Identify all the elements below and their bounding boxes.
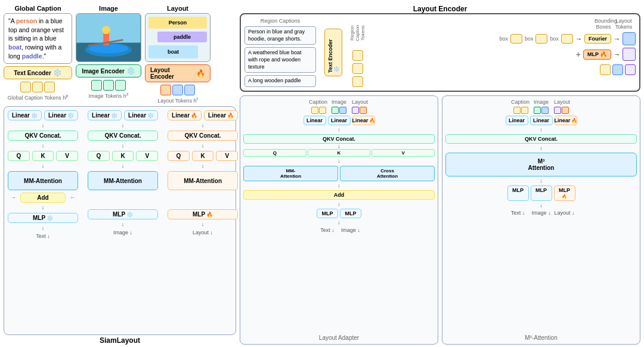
snowflake-small-2: ❄️ — [67, 113, 74, 119]
adapter-lin-label-2: Linear — [331, 117, 347, 123]
adapter-arr-5: ↓ — [243, 202, 435, 207]
layout-region-person: Person — [148, 17, 207, 29]
token-orange-1 — [160, 85, 171, 95]
token-yellow-3 — [44, 82, 55, 92]
snowflake-icon: ❄️ — [53, 69, 62, 77]
mm-attention-label-2: MM-Attention — [104, 178, 142, 184]
output-token-blue — [623, 32, 636, 45]
layout-mlp: MLP 🔥 — [168, 209, 238, 219]
m3-tok-grp-2 — [534, 107, 549, 114]
token-green-3 — [115, 80, 126, 91]
image-encoder-box: Image Encoder ❄️ — [76, 64, 141, 78]
output-tokens-row — [369, 64, 636, 75]
enc-right-labels: Bounding Boxes Layout Tokens — [369, 18, 636, 30]
layout-region-boat: boat — [148, 45, 198, 58]
adapter-caption-label: Caption — [309, 99, 328, 105]
processing-section: Linear ❄️ Linear ❄️ ↓ QKV Concat. ↓ Q K — [4, 106, 236, 335]
snowflake-small-1: ❄️ — [31, 113, 38, 119]
m3-layout-label: Layout — [553, 99, 572, 105]
a-tok-y1 — [311, 107, 318, 114]
bottom-right-section: Caption Image Layout — [240, 95, 640, 345]
region-caption-tokens-label: Region Caption Tokens — [349, 18, 366, 48]
m3-mlp-row: MLP MLP MLP 🔥 — [445, 185, 637, 201]
add-label: Add — [37, 194, 48, 201]
layout-q: Q — [168, 151, 190, 161]
m3-tok-grp-1 — [513, 107, 528, 114]
image-mlp: MLP ❄️ — [88, 209, 158, 219]
layout-linear-1: Linear 🔥 — [168, 110, 202, 120]
image-v: V — [136, 151, 158, 161]
adapter-cross-attention: CrossAttention — [340, 166, 435, 181]
m3-gap-1 — [530, 107, 532, 114]
mm-attention-label-3: MM-Attention — [184, 178, 222, 184]
layout-column: Layout Person paddle boat Layout Encoder… — [145, 5, 210, 104]
region-cap-3: A long wooden paddle — [244, 75, 316, 87]
text-v: V — [56, 151, 78, 161]
layout-tokens-label: Layout Tokens — [615, 18, 633, 30]
m3-output-labels: Text ↓ Image ↓ Layout ↓ — [445, 210, 637, 216]
a-tok-p1 — [352, 107, 359, 114]
rct-1 — [352, 50, 363, 61]
box-label-2: box — [525, 36, 534, 42]
mlp-label-1: MLP — [33, 215, 45, 221]
text-encoder-label: Text Encoder — [14, 70, 51, 76]
arrow-down-8: ↓ — [122, 163, 125, 169]
region-captions-col: Region Captions Person in blue and gray … — [244, 18, 316, 87]
m3-mlp-2: MLP — [531, 185, 552, 201]
mm-attention-label-1: MM-Attention — [24, 178, 62, 184]
svg-point-5 — [102, 26, 110, 34]
layout-visual: Person paddle boat — [145, 13, 210, 62]
image-mm-attention: MM-Attention — [88, 171, 158, 190]
m3-lin-label-2: Linear — [533, 117, 549, 123]
adapter-image-label: Image — [330, 99, 349, 105]
gap-1 — [328, 107, 330, 114]
rct-3 — [352, 76, 363, 87]
adapter-arr-4: ↓ — [243, 183, 435, 188]
adapter-add: Add — [243, 190, 435, 200]
text-mm-attention: MM-Attention — [8, 171, 78, 190]
layout-region-paddle: paddle — [157, 32, 207, 42]
a-tok-y2 — [319, 107, 326, 114]
layout-encoder-area: Layout Encoder Region Captions Person in… — [240, 5, 640, 92]
token-blue-2 — [184, 85, 195, 95]
adapter-mlp-2: MLP — [340, 209, 361, 218]
arrow-down-12: ↓ — [202, 163, 205, 169]
m3-out-layout: Layout ↓ — [554, 210, 575, 216]
m3-qkv-concat: QKV Concat. — [445, 134, 637, 144]
adapter-k: K — [308, 149, 371, 157]
text-k: K — [32, 151, 54, 161]
siamlayout-title: SiamLayout — [4, 335, 236, 345]
m3-tok-grp-3 — [554, 107, 569, 114]
token-section-img: Image Tokens hz — [88, 80, 128, 99]
linear-label-2: Linear — [48, 112, 66, 119]
arrow-down-3: ↓ — [42, 163, 45, 169]
m3-caption-label: Caption — [511, 99, 530, 105]
arrow-down-6: ↓ — [122, 123, 125, 128]
layout-encoder-header: Layout Encoder — [240, 5, 640, 13]
add-box: Add — [20, 193, 66, 203]
plus-icon: + — [576, 49, 581, 59]
arrow-down-4: ↓ — [42, 205, 45, 210]
text-output-label: Text ↓ — [36, 233, 50, 239]
layout-token-label: Layout Tokens ht — [157, 96, 197, 104]
adapter-tok-grp-2 — [332, 107, 346, 114]
adapter-attention-row: MM-Attention CrossAttention — [243, 166, 435, 181]
adapter-qkv-concat: QKV Concat. — [243, 134, 435, 144]
m3-linear-3: Linear 🔥 — [555, 116, 577, 125]
rct-2 — [352, 63, 363, 74]
m3-attention-box: Caption Image Layout — [442, 95, 640, 345]
text-enc-col: Text Encoder ❄️ — [320, 18, 346, 87]
image-qkv-row: Q K V — [88, 151, 158, 161]
adapter-arr-6: ↓ — [243, 220, 435, 225]
plus-connector: + — [576, 49, 581, 59]
m3-linear-1: Linear — [506, 116, 528, 125]
layout-enc-right: Bounding Boxes Layout Tokens box box box… — [369, 18, 636, 87]
linear-label-1: Linear — [12, 112, 30, 119]
adapter-qkv-row: Q K V — [243, 149, 435, 157]
text-encoder-vertical: Text Encoder ❄️ — [324, 29, 342, 76]
bounding-boxes-label: Bounding Boxes — [595, 18, 612, 30]
region-caption-tokens-col: Region Caption Tokens — [350, 18, 365, 87]
m3-mlp-3: MLP 🔥 — [554, 185, 575, 201]
adapter-mlp-row: MLP MLP — [243, 209, 435, 218]
arrow-right-1: → — [575, 35, 582, 42]
